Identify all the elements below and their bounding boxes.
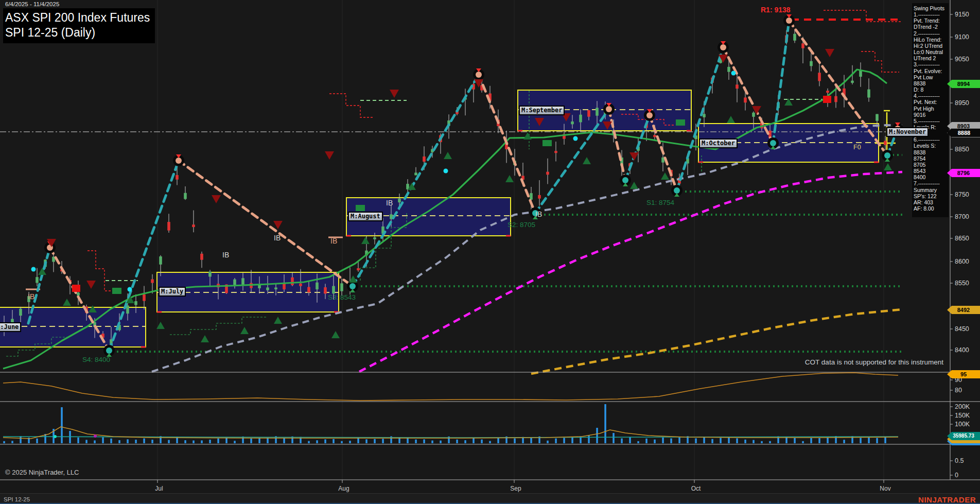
candle-body — [826, 91, 829, 93]
candle-body — [587, 110, 590, 117]
volume-bar — [884, 437, 886, 443]
volume-bar — [85, 440, 87, 443]
monthly-range-label[interactable]: M:June — [0, 322, 21, 332]
candle-body — [579, 115, 582, 123]
price-badge: 8492 — [947, 306, 980, 314]
up-triangle-marker — [523, 132, 532, 140]
tab-spi-12-25[interactable]: SPI 12-25 — [4, 496, 30, 502]
candle-body — [727, 67, 730, 72]
swing-pivot-dot — [674, 187, 680, 194]
monthly-range-label[interactable]: M:July — [159, 287, 186, 297]
swing-pivot-dot — [622, 177, 628, 183]
volume-bar — [678, 437, 680, 443]
swing-pivot-dot — [720, 44, 726, 50]
monthly-range-label[interactable]: M:November — [886, 127, 929, 137]
candle-body — [423, 157, 426, 162]
swing-pivots-panel: Swing Pivots1.------------Pvt. Trend:DTr… — [912, 3, 949, 217]
volume-bar — [695, 438, 697, 443]
candle-body — [316, 283, 319, 289]
volume-bar — [752, 440, 755, 443]
volume-bar — [431, 441, 433, 443]
volume-bar — [365, 439, 367, 443]
down-triangle-marker — [390, 90, 399, 98]
volume-bar — [118, 440, 120, 443]
monthly-range-label[interactable]: M:October — [699, 138, 738, 148]
chart-canvas[interactable]: S4: 8400S3: 8543S2: 8705S1: 8754R1: 9138… — [0, 0, 980, 504]
swing-pivots-line: 1.------------ — [914, 11, 949, 18]
contract-title: SPI 12-25 (Daily) — [5, 25, 150, 40]
swing-pivots-line: 8838 — [914, 149, 949, 155]
status-bar: SPI 12-25 NINJATRADER — [0, 493, 980, 504]
down-triangle-marker — [629, 152, 639, 161]
up-triangle-marker — [505, 175, 514, 182]
volume-bar — [94, 440, 96, 443]
volume-bar — [308, 441, 310, 443]
axis-tick-label: 8750 — [955, 191, 969, 198]
volume-bar — [349, 441, 351, 443]
up-triangle-marker — [884, 163, 892, 170]
swing-pivots-line: Lo:0 Neutral — [914, 49, 949, 55]
green-square-marker — [542, 140, 552, 146]
volume-bar — [596, 428, 598, 443]
candle-body — [530, 193, 533, 200]
axis-tick-label: 8950 — [955, 99, 969, 107]
up-triangle-marker — [63, 299, 71, 306]
green-square-marker — [112, 288, 121, 294]
swing-pivots-line: Pvt. Evolve: — [914, 68, 949, 74]
swing-pivots-line: 3.------------ — [914, 61, 949, 67]
monthly-range-label[interactable]: M:September — [519, 106, 565, 115]
cyan-dot-marker — [31, 267, 36, 272]
swing-pivots-line: DTrend -2 — [914, 24, 949, 30]
volume-bar — [201, 440, 203, 443]
swing-pivot-dot — [884, 152, 890, 159]
swing-pivots-line: SP's: 122 — [914, 193, 949, 199]
support-level-label: S1: 8754 — [646, 199, 675, 206]
volume-bar — [382, 439, 384, 443]
volume-bar — [810, 438, 812, 443]
up-triangle-marker — [630, 182, 638, 189]
candle-body — [414, 172, 417, 175]
red-trail-step — [329, 94, 373, 117]
volume-bar — [794, 438, 796, 443]
volume-bar — [61, 407, 63, 443]
swing-pivots-line: AF: 8.00 — [914, 205, 949, 212]
volume-bar — [720, 438, 722, 443]
candle-body — [653, 135, 656, 137]
volume-bar — [703, 437, 705, 443]
volume-bar — [588, 435, 590, 443]
up-triangle-marker — [444, 152, 452, 159]
swing-pivots-line: Pvt High — [914, 106, 949, 112]
candle-body — [571, 121, 574, 124]
swing-pivots-line: Summary — [914, 187, 949, 193]
volume-bar — [860, 438, 862, 443]
volume-bar — [645, 439, 647, 443]
swing-pivots-line: AR: 403 — [914, 199, 949, 205]
instrument-title: ASX SPI 200 Index Futures — [5, 10, 150, 25]
volume-signal-dot — [94, 435, 97, 438]
axis-tick-label: 8450 — [955, 325, 969, 333]
volume-bar — [110, 439, 112, 443]
candle-body — [143, 294, 146, 301]
candle-body — [192, 224, 195, 227]
volume-bar — [654, 440, 656, 443]
swing-pivots-line: Swing Pivots — [914, 5, 949, 11]
ib-label: IB — [222, 251, 229, 259]
monthly-range-label[interactable]: M:August — [348, 212, 383, 221]
candle-body — [703, 114, 706, 117]
swing-pivots-line: 5.------------ — [914, 118, 949, 124]
candle-body — [373, 237, 376, 239]
swing-pivot-dot — [476, 72, 482, 78]
volume-bar — [415, 440, 417, 443]
volume-bar — [547, 441, 549, 443]
axis-tick-label: 8400 — [955, 346, 969, 354]
volume-bar — [464, 440, 466, 443]
support-level-label: S2: 8705 — [507, 221, 535, 229]
volume-bar — [670, 439, 672, 443]
swing-pivots-line: 8705 — [914, 162, 949, 168]
swing-pivots-line: Hi:2 UTrend — [914, 43, 949, 49]
volume-signal-dot — [54, 435, 57, 438]
swing-pivot-dot — [606, 106, 612, 112]
candle-body — [736, 84, 739, 89]
swing-pivots-line: 9016 — [914, 112, 949, 118]
axis-tick-label: 9150 — [955, 11, 969, 18]
